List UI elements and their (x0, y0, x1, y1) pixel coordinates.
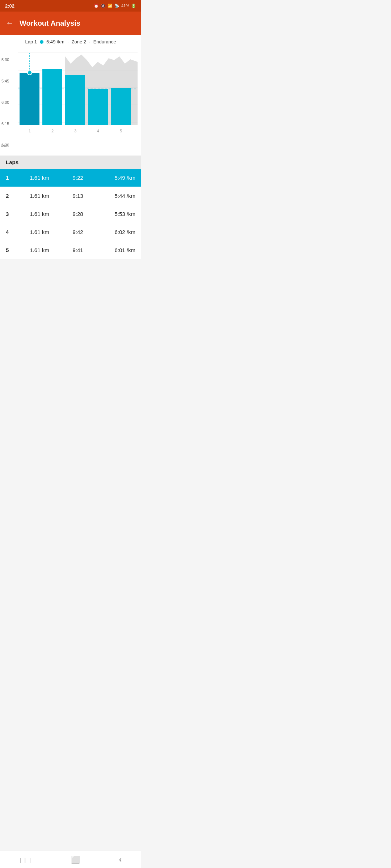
lap-time: 9:41 (59, 247, 97, 253)
wifi-icon: 📶 (108, 4, 113, 8)
page-title: Workout Analysis (20, 19, 80, 27)
lap-number: 1 (6, 175, 20, 181)
lap-distance: 1.61 km (20, 193, 59, 199)
laps-table: 1 1.61 km 9:22 5:49 /km 2 1.61 km 9:13 5… (0, 169, 141, 259)
lap-distance: 1.61 km (20, 247, 59, 253)
table-row[interactable]: 2 1.61 km 9:13 5:44 /km (0, 187, 141, 205)
battery-indicator: 41% (121, 4, 129, 8)
lap-pace: 5:49 /km (97, 175, 135, 181)
battery-icon: 🔋 (131, 4, 136, 8)
status-icons: ⏰ 🔇 📶 📡 41% 🔋 (94, 4, 136, 8)
lap-pace: 5:44 /km (97, 193, 135, 199)
bar-lap1[interactable] (20, 73, 39, 125)
lap-pace: 6:02 /km (97, 229, 135, 235)
lap-time: 9:22 (59, 175, 97, 181)
status-bar: 2:02 ⏰ 🔇 📶 📡 41% 🔋 (0, 0, 141, 12)
x-label-1: 1 (29, 129, 31, 133)
lap-pace: 5:53 /km (97, 211, 135, 217)
mute-icon: 🔇 (101, 4, 106, 8)
lap-label: Lap 1 (25, 39, 37, 44)
lap-time: 9:42 (59, 229, 97, 235)
header: ← Workout Analysis (0, 12, 141, 35)
lap-number: 3 (6, 211, 20, 217)
x-label-3: 3 (74, 129, 76, 133)
table-row[interactable]: 5 1.61 km 9:41 6:01 /km (0, 241, 141, 259)
pace-label: 5:49 /km (46, 39, 64, 44)
separator-2: · (89, 39, 91, 44)
back-button[interactable]: ← (6, 18, 14, 28)
x-label-2: 2 (51, 129, 54, 133)
separator-1: · (67, 39, 69, 44)
status-time: 2:02 (5, 3, 14, 9)
y-label-600: 6:00 (1, 100, 9, 105)
lap-number: 4 (6, 229, 20, 235)
lap-distance: 1.61 km (20, 211, 59, 217)
lap-time: 9:28 (59, 211, 97, 217)
lap-distance: 1.61 km (20, 175, 59, 181)
x-label-5: 5 (120, 129, 122, 133)
bar-lap3[interactable] (65, 75, 85, 125)
chart-info-bar: Lap 1 5:49 /km · Zone 2 · Endurance (0, 35, 141, 49)
signal-icon: 📡 (114, 4, 119, 8)
y-axis-labels: 5:30 5:45 6:00 6:15 6:30 (1, 49, 9, 156)
alarm-icon: ⏰ (94, 4, 99, 8)
unit-label: /km (1, 144, 7, 148)
lap-number: 5 (6, 247, 20, 253)
table-row[interactable]: 1 1.61 km 9:22 5:49 /km (0, 169, 141, 187)
x-label-4: 4 (97, 129, 99, 133)
lap-time: 9:13 (59, 193, 97, 199)
y-label-530: 5:30 (1, 58, 9, 62)
chart-area: 5:30 5:45 6:00 6:15 6:30 1 2 (0, 49, 141, 156)
lap-pace: 6:01 /km (97, 247, 135, 253)
zone-label: Zone 2 (72, 39, 86, 44)
bar-lap2[interactable] (42, 69, 62, 125)
chart-svg: 1 2 3 4 5 (18, 53, 138, 140)
table-row[interactable]: 4 1.61 km 9:42 6:02 /km (0, 223, 141, 241)
activity-label: Endurance (93, 39, 116, 44)
bar-lap4[interactable] (88, 89, 108, 125)
y-label-615: 6:15 (1, 122, 9, 126)
laps-section-header: Laps (0, 156, 141, 169)
y-label-545: 5:45 (1, 79, 9, 83)
lap-number: 2 (6, 193, 20, 199)
table-row[interactable]: 3 1.61 km 9:28 5:53 /km (0, 205, 141, 223)
lap-dot (40, 40, 43, 44)
lap-distance: 1.61 km (20, 229, 59, 235)
bar-lap5[interactable] (111, 88, 131, 125)
